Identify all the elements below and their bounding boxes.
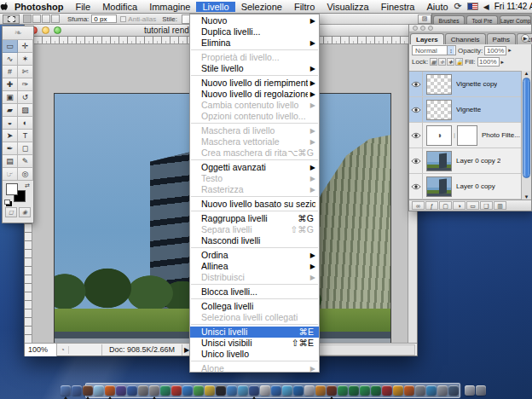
- swap-colors-icon[interactable]: ⇄: [25, 182, 30, 189]
- type-tool[interactable]: T: [18, 130, 33, 142]
- dock-icon[interactable]: [415, 385, 425, 396]
- dock-icon[interactable]: [465, 385, 475, 396]
- eyedropper-tool[interactable]: ✎: [18, 155, 33, 168]
- dock-icon[interactable]: [171, 385, 182, 396]
- layer-visibility-eye-icon[interactable]: [409, 123, 423, 147]
- slice-tool[interactable]: ✄: [18, 66, 33, 78]
- opacity-field[interactable]: 100%: [484, 46, 506, 55]
- apple-menu-icon[interactable]: [0, 1, 9, 12]
- selection-combine-buttons[interactable]: [23, 14, 60, 23]
- dock-icon[interactable]: [304, 385, 315, 396]
- menu-item-unisci-livelli[interactable]: Unisci livelli⌘E: [190, 327, 319, 338]
- layer-name[interactable]: Layer 0 copy 2: [456, 157, 500, 165]
- standard-mode-button[interactable]: ◻: [5, 207, 17, 217]
- eraser-tool[interactable]: ▰: [3, 104, 18, 117]
- blend-mode-select[interactable]: Normal: [412, 45, 456, 55]
- menubar-clock[interactable]: Fri 11:42 AM: [494, 2, 532, 11]
- dock-icon[interactable]: [426, 385, 437, 396]
- dock-icon[interactable]: [205, 385, 215, 396]
- menubar-item-filtro[interactable]: Filtro: [288, 2, 321, 12]
- layer-thumbnail[interactable]: [426, 100, 452, 120]
- dock-icon[interactable]: [437, 385, 448, 396]
- input-language-flag-icon[interactable]: [467, 3, 478, 10]
- dock-icon[interactable]: [127, 385, 137, 396]
- notes-tool[interactable]: ▤: [3, 155, 18, 168]
- shape-tool[interactable]: ◻: [18, 142, 33, 155]
- zoom-window-button[interactable]: [54, 26, 61, 34]
- scrollbar-thumb[interactable]: [523, 78, 530, 178]
- rectangular-marquee-tool[interactable]: ▭: [3, 40, 18, 53]
- fill-slider-arrow[interactable]: ▸: [501, 59, 505, 66]
- menu-item-nuovo-livello-di-riempimento[interactable]: Nuovo livello di riempimento▶: [190, 78, 319, 89]
- palette-menu-button[interactable]: ▶: [521, 34, 529, 43]
- dock-icon[interactable]: [72, 385, 82, 396]
- dock-icon[interactable]: [182, 385, 193, 396]
- dock-icon[interactable]: [194, 385, 204, 396]
- dock-icon[interactable]: [61, 385, 71, 396]
- dock-icon[interactable]: [315, 385, 326, 396]
- layer-thumbnail[interactable]: ◑: [426, 125, 452, 146]
- palette-well-tab-brushes[interactable]: Brushes: [433, 15, 465, 25]
- layer-name[interactable]: Photo Filte...: [482, 131, 520, 139]
- opacity-slider-arrow[interactable]: ▸: [508, 47, 512, 54]
- menu-item-nuovo-livello-basato-su-sezioni[interactable]: Nuovo livello basato su sezioni: [190, 199, 319, 210]
- sync-icon[interactable]: ⟳: [454, 1, 462, 12]
- menu-item-nuovo[interactable]: Nuovo▶: [190, 15, 319, 26]
- quick-mask-mode-button[interactable]: ◉: [19, 207, 31, 217]
- menu-item-duplica-livelli[interactable]: Duplica livelli...: [190, 26, 319, 38]
- layer-visibility-eye-icon[interactable]: [409, 97, 423, 122]
- layer-row[interactable]: Layer 0 copy: [409, 174, 521, 200]
- dock-icon[interactable]: [238, 385, 248, 396]
- layer-thumbnail[interactable]: [426, 176, 452, 197]
- layer-mask-icon[interactable]: ▢: [439, 201, 452, 210]
- dock-icon[interactable]: [271, 385, 281, 396]
- dock-icon[interactable]: [349, 385, 359, 396]
- menubar-item-file[interactable]: File: [69, 2, 96, 12]
- hand-tool[interactable]: ☞: [3, 168, 18, 181]
- palette-well-tab-tool-presets[interactable]: Tool Pre: [466, 15, 498, 25]
- menu-item-collega-livelli[interactable]: Collega livelli: [190, 301, 319, 312]
- menu-item-nuovo-livello-di-regolazione[interactable]: Nuovo livello di regolazione▶: [190, 89, 319, 100]
- blur-tool[interactable]: ◒: [3, 117, 18, 130]
- layers-scrollbar[interactable]: ▲ ▼: [521, 71, 531, 200]
- fill-field[interactable]: 100%: [477, 57, 500, 66]
- layer-name[interactable]: Layer 0 copy: [456, 182, 495, 190]
- layer-row[interactable]: Vignette: [409, 97, 521, 123]
- menu-item-unisci-visibili[interactable]: Unisci visibili⇧⌘E: [190, 338, 319, 349]
- minimize-button[interactable]: [42, 26, 49, 34]
- dock-icon[interactable]: [83, 385, 93, 396]
- dock-icon[interactable]: [448, 385, 459, 396]
- menubar-item-photoshop[interactable]: Photoshop: [9, 2, 69, 12]
- dock-icon[interactable]: [260, 385, 270, 396]
- layer-style-icon[interactable]: ƒ: [425, 201, 438, 210]
- brush-tool[interactable]: ✑: [18, 78, 33, 91]
- clone-stamp-tool[interactable]: ▣: [3, 91, 18, 104]
- dock-icon[interactable]: [149, 385, 159, 396]
- menu-item-raggruppa-livelli[interactable]: Raggruppa livelli⌘G: [190, 213, 319, 224]
- foreground-color-swatch[interactable]: [6, 183, 18, 195]
- menu-item-nascondi-livelli[interactable]: Nascondi livelli: [190, 235, 319, 246]
- path-selection-tool[interactable]: ➤: [3, 130, 18, 142]
- menu-item-allinea[interactable]: Allinea▶: [190, 261, 319, 272]
- magic-wand-tool[interactable]: ✶: [18, 53, 33, 66]
- menu-item-ordina[interactable]: Ordina▶: [190, 250, 319, 261]
- palette-tab-channels[interactable]: Channels: [445, 33, 486, 44]
- delete-layer-icon[interactable]: ▥: [494, 201, 506, 210]
- layer-visibility-eye-icon[interactable]: [409, 72, 423, 96]
- lock-buttons[interactable]: ▦✛✚🔒: [430, 58, 463, 66]
- dock-icon[interactable]: [116, 385, 126, 396]
- dock-icon[interactable]: [327, 385, 337, 396]
- menu-item-blocca-livelli[interactable]: Blocca livelli...: [190, 286, 319, 298]
- move-tool[interactable]: ✛: [18, 40, 33, 53]
- dock-icon[interactable]: [94, 385, 104, 396]
- dock-icon[interactable]: [338, 385, 348, 396]
- dodge-tool[interactable]: ◐: [18, 117, 33, 130]
- dock-icon[interactable]: [393, 385, 403, 396]
- antialias-checkbox[interactable]: Anti-alias: [120, 15, 156, 23]
- palette-well-tab-layer-comps[interactable]: Layer Comps: [500, 15, 531, 25]
- dock-icon[interactable]: [249, 385, 259, 396]
- history-brush-tool[interactable]: ↺: [18, 91, 33, 104]
- healing-brush-tool[interactable]: ✚: [3, 78, 18, 91]
- feather-input[interactable]: [91, 14, 117, 23]
- dock-icon[interactable]: [360, 385, 370, 396]
